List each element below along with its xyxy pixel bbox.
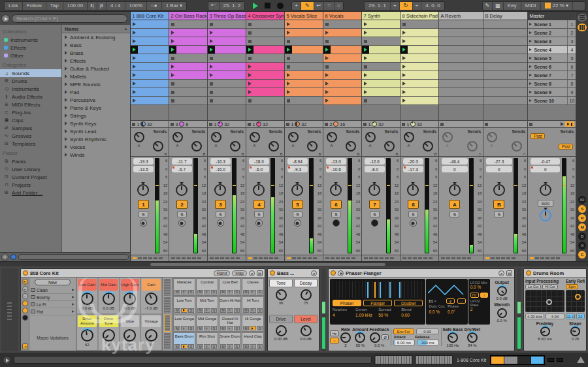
- crossfade-assign[interactable]: [362, 255, 400, 261]
- hot-swap-icon[interactable]: ⌀: [249, 270, 255, 276]
- clip-slot[interactable]: [285, 97, 323, 105]
- scene-slot[interactable]: Scene 2 2: [528, 29, 576, 37]
- clip-slot[interactable]: [400, 20, 438, 29]
- category-item[interactable]: ⊟ Templates: [0, 140, 61, 148]
- browser-list-item[interactable]: Mallets: [62, 72, 130, 80]
- clip-stop-icon[interactable]: [248, 123, 251, 126]
- send-a-knob[interactable]: [134, 132, 144, 142]
- clip-slot[interactable]: [323, 63, 361, 71]
- mixer-section-toggle[interactable]: M: [578, 223, 586, 231]
- expand-arrow-icon[interactable]: [65, 74, 67, 78]
- clip-slot[interactable]: [169, 80, 207, 88]
- clip-slot[interactable]: [362, 63, 400, 71]
- scene-launch-icon[interactable]: [528, 46, 534, 54]
- pad-mute-button[interactable]: M: [174, 326, 180, 330]
- rate-sync-toggle[interactable]: ♪: [330, 338, 339, 343]
- clip-slot[interactable]: [246, 46, 284, 54]
- clip-slot[interactable]: [400, 71, 438, 80]
- device-title[interactable]: 808 Core Kit: [30, 270, 59, 276]
- pad-play-button[interactable]: [181, 290, 187, 295]
- expand-arrow-icon[interactable]: [65, 121, 67, 125]
- category-item[interactable]: ∿ Grooves: [0, 132, 61, 140]
- clip-slot[interactable]: [131, 97, 169, 105]
- category-item[interactable]: ≬ Audio Effects: [0, 93, 61, 101]
- midi-map-button[interactable]: MIDI: [521, 2, 541, 10]
- clip-slot[interactable]: [208, 54, 246, 63]
- clip-slot[interactable]: [285, 63, 323, 71]
- clip-slot[interactable]: [169, 88, 207, 97]
- browser-list-item[interactable]: Winds: [62, 151, 130, 159]
- browser-list-item[interactable]: Synth Keys: [62, 120, 130, 127]
- place-item[interactable]: ⊡ Current Project: [0, 173, 61, 181]
- volume-field[interactable]: -10.6: [326, 166, 346, 172]
- arm-record-button[interactable]: [371, 219, 378, 227]
- remove-variation-icon[interactable]: −: [22, 293, 28, 299]
- map-button[interactable]: Map: [232, 270, 247, 276]
- clip-slot[interactable]: [208, 46, 246, 54]
- scene-slot[interactable]: Scene 1 1: [528, 20, 576, 29]
- loop-start-field[interactable]: 29. 1. 1: [365, 2, 391, 10]
- track-activator-button[interactable]: 5: [292, 200, 303, 209]
- pad-mute-button[interactable]: M: [243, 344, 249, 349]
- clip-slot[interactable]: [323, 80, 361, 88]
- browser-list-item[interactable]: Pad: [62, 88, 130, 96]
- scene-launch-icon[interactable]: [528, 88, 534, 96]
- release-field[interactable]: 200 ms: [417, 340, 439, 345]
- loop-button[interactable]: ↻: [400, 2, 413, 10]
- arm-record-button[interactable]: [294, 219, 301, 227]
- lfo-wave-select[interactable]: Tri: [428, 299, 433, 304]
- track-activator-button[interactable]: 4: [253, 200, 265, 209]
- browser-list-item[interactable]: Percussive: [62, 96, 130, 104]
- clip-slot[interactable]: [131, 71, 169, 80]
- bass-param-knob[interactable]: [301, 325, 312, 336]
- scene-launch-icon[interactable]: [528, 37, 534, 45]
- arm-record-button[interactable]: [333, 219, 340, 227]
- crossfade-assign[interactable]: [483, 255, 527, 261]
- scene-slot[interactable]: Scene 4 4: [528, 46, 576, 54]
- clip-slot[interactable]: [323, 37, 361, 46]
- clip-stop-icon[interactable]: [209, 123, 212, 126]
- macro-knob[interactable]: [123, 329, 136, 342]
- scene-launch-icon[interactable]: [528, 20, 534, 28]
- link-button[interactable]: Link: [5, 2, 23, 10]
- track-header[interactable]: 3 Three Op Bass: [208, 12, 246, 20]
- pan-knob[interactable]: [540, 184, 551, 196]
- clip-slot[interactable]: [285, 71, 323, 80]
- expand-arrow-icon[interactable]: [65, 153, 67, 157]
- expand-arrow-icon[interactable]: [65, 106, 67, 110]
- automation-arm-button[interactable]: ✎: [301, 2, 314, 10]
- chain-list-toggle[interactable]: [22, 315, 28, 321]
- phaser-param[interactable]: Notches 4: [333, 308, 354, 317]
- draw-mode-button[interactable]: ✎: [483, 2, 493, 10]
- spin-amount-field[interactable]: 22: [576, 313, 585, 319]
- save-preset-icon[interactable]: ▤: [506, 270, 512, 276]
- scene-launch-icon[interactable]: [528, 29, 534, 37]
- macro-variation-row[interactable]: Hot: [31, 308, 74, 315]
- lfo2-hz-toggle[interactable]: Hz: [470, 293, 479, 298]
- preview-icon[interactable]: [1, 14, 10, 23]
- phaser-param[interactable]: Center 1.00 kHz: [355, 308, 377, 317]
- clip-slot[interactable]: [362, 97, 400, 105]
- pan-knob[interactable]: [137, 184, 149, 196]
- input-filter-display[interactable]: [525, 290, 564, 312]
- mode-tab[interactable]: Phaser: [333, 300, 361, 306]
- clip-slot[interactable]: [169, 97, 207, 105]
- clip-slot[interactable]: [362, 80, 400, 88]
- clip-slot[interactable]: [246, 37, 284, 46]
- lfo-phase-icon[interactable]: φ: [446, 298, 455, 304]
- clip-slot[interactable]: [323, 97, 361, 105]
- phaser-param[interactable]: Blend 0.00: [401, 308, 423, 317]
- category-item[interactable]: ♫ Sounds: [0, 69, 61, 77]
- crossfade-assign[interactable]: [208, 255, 246, 261]
- duty-cycle-param[interactable]: Duty Cyc0.0 %: [429, 304, 446, 314]
- solo-button[interactable]: S: [254, 211, 264, 217]
- pad-solo-button[interactable]: S: [188, 326, 194, 330]
- clip-stop-icon[interactable]: [363, 123, 367, 126]
- device-title[interactable]: Drums Room: [533, 270, 564, 276]
- pad-solo-button[interactable]: S: [234, 308, 240, 313]
- send-b-knob[interactable]: [191, 141, 202, 152]
- groove-menu[interactable]: 1 Bar ▾: [162, 2, 186, 10]
- filter-freq-field[interactable]: 4.33 kHz: [525, 313, 544, 319]
- send-a-knob[interactable]: [250, 132, 260, 142]
- pad-mute-button[interactable]: M: [197, 326, 203, 330]
